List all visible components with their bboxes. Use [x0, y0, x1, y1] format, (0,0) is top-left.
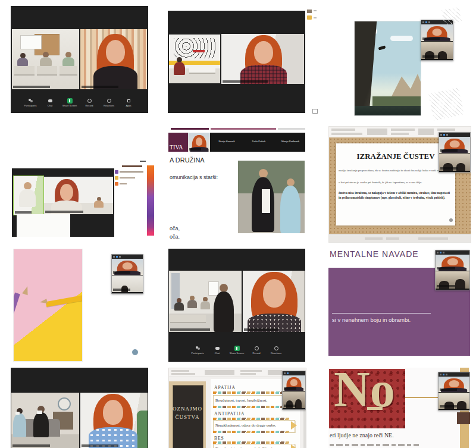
- student: [62, 52, 75, 66]
- face-mask: [15, 412, 20, 415]
- gallery-image-slide-no[interactable]: No eri ljudje ne znajo reči NE.: [328, 368, 470, 448]
- thumb-tile-classroom: [421, 42, 453, 59]
- participant-name-label: [12, 444, 50, 447]
- zoom-thumbnail-window[interactable]: [282, 371, 306, 410]
- mural-red-text: [193, 50, 205, 52]
- notification-label: [314, 10, 317, 11]
- zoom-thumbnail-window[interactable]: [438, 372, 470, 411]
- sticky-note-icon[interactable]: [307, 15, 312, 20]
- zoom-thumbnail-window[interactable]: [435, 250, 470, 290]
- face-mask: [37, 411, 42, 414]
- chat-button[interactable]: Chat: [43, 98, 57, 107]
- zoom-thumbnail-window[interactable]: [439, 132, 471, 173]
- arrow-icon: [291, 421, 297, 430]
- term-bes: BES: [214, 436, 224, 441]
- list-item-icon-orange: [115, 182, 118, 186]
- student: [17, 53, 29, 66]
- participants-icon: [28, 98, 33, 104]
- gallery-image-zoom-call-5[interactable]: [11, 368, 148, 448]
- progress-bar-gray: [278, 128, 305, 130]
- poster-word: No: [334, 369, 395, 418]
- student: [187, 296, 198, 308]
- desk: [37, 66, 57, 76]
- sketch-lines: [441, 7, 462, 26]
- student: [93, 197, 105, 208]
- family-photo: [238, 161, 305, 233]
- apps-icon: [126, 98, 131, 104]
- gallery-image-zoom-call-1[interactable]: Participants Chat Share Screen Record Re…: [11, 6, 148, 113]
- slide-fragment: oča.: [170, 234, 180, 240]
- gallery-image-slide-family[interactable]: TIVA Nastja Kornvelt Daša Pučnik Mineja …: [168, 127, 305, 241]
- term-antipatija: ANTIPATIJA: [214, 411, 245, 416]
- thumb-tile-presenter: [421, 24, 453, 41]
- participant-name: Mineja Podlesnik: [277, 140, 304, 143]
- slide-body-text: si v nenehnem boju in obrambi.: [332, 317, 411, 323]
- clipped-text-line: [330, 444, 419, 446]
- student: [174, 298, 184, 311]
- masked-person: [12, 408, 27, 437]
- participants-button[interactable]: Participants: [190, 346, 205, 355]
- video-tile-classroom-2: [169, 271, 242, 332]
- cliff-photo: [354, 21, 421, 116]
- video-tile-presenter-plaid: [221, 34, 304, 84]
- record-button[interactable]: Record: [249, 346, 264, 355]
- window-restore-icon[interactable]: [312, 109, 318, 114]
- cliff-jumper: [378, 45, 386, 50]
- gallery-image-zoom-call-3[interactable]: [12, 168, 114, 237]
- participant-name-label: [45, 211, 83, 213]
- progress-bar-dark: [171, 128, 209, 130]
- poster-underline: [367, 407, 383, 410]
- gallery-image-slide-cliff[interactable]: [328, 5, 470, 121]
- brown-accent-square: [457, 412, 470, 424]
- document-page: IZRAŽANJE ČUSTEV močjo izražanja prepove…: [336, 143, 455, 225]
- gallery-image-slide-pencils[interactable]: [6, 245, 149, 362]
- sketch-lines: [428, 87, 464, 121]
- share-screen-icon: [234, 346, 240, 351]
- dark-slide-panel: OZNAJMO ČUSTVA: [173, 385, 203, 448]
- gallery-image-slide-mentalne[interactable]: MENTALNE NAVADE si v nenehnem boju in ob…: [328, 247, 470, 363]
- taskbar[interactable]: [329, 234, 471, 242]
- wall-clock: [58, 397, 71, 411]
- doc-paragraph-3: čustva niso izražena, se nalagajo v tele…: [339, 191, 450, 200]
- panel-title-line-1: OZNAJMO: [171, 406, 204, 412]
- list-item-text: [120, 177, 135, 178]
- zoom-thumbnail-window[interactable]: [111, 254, 143, 294]
- divider-arrows: [213, 431, 289, 433]
- record-icon: [87, 98, 92, 104]
- notification-icon[interactable]: [307, 10, 312, 13]
- slide-nav-dot[interactable]: [449, 218, 453, 222]
- whiteboard: [20, 35, 42, 49]
- side-list-panel[interactable]: [115, 161, 149, 189]
- participant-name-label: [13, 86, 50, 88]
- thumbnail-titlebar: [112, 255, 143, 259]
- filmstrip-names: Nastja Kornvelt Daša Pučnik Mineja Podle…: [210, 133, 305, 152]
- reactions-button[interactable]: Reactions: [102, 98, 116, 107]
- gallery-image-ppt-custva[interactable]: OZNAJMO ČUSTVA APATIJA Brezčutnost, topo…: [168, 368, 306, 448]
- yellow-pencil: [46, 295, 83, 307]
- record-button[interactable]: Record: [82, 98, 96, 107]
- gallery-image-zoom-call-4[interactable]: Participants Chat Share Screen Record Re…: [168, 249, 305, 362]
- sticky-note-label: [314, 17, 317, 18]
- apps-button[interactable]: Apps: [121, 98, 136, 107]
- purple-pencil: [13, 293, 20, 356]
- video-tile-presenter-2: [80, 393, 148, 448]
- zoom-thumbnail-window[interactable]: [421, 20, 453, 61]
- white-shirt: [262, 189, 270, 213]
- participants-button[interactable]: Participants: [23, 98, 37, 107]
- chat-button[interactable]: Chat: [210, 346, 224, 355]
- video-tile-classroom: [12, 29, 79, 89]
- participant-name-label: [82, 86, 118, 88]
- thumbnail-titlebar: [283, 371, 305, 375]
- reactions-icon: [107, 98, 112, 104]
- gallery-image-zoom-call-2[interactable]: [168, 11, 305, 113]
- share-screen-button[interactable]: Share Screen: [230, 346, 244, 355]
- reactions-button[interactable]: Reactions: [269, 346, 283, 355]
- share-screen-button[interactable]: Share Screen: [62, 98, 77, 107]
- gallery-image-doc-custev[interactable]: IZRAŽANJE ČUSTEV močjo izražanja prepove…: [328, 126, 471, 243]
- slide-bullet: omunikacija s starši:: [170, 174, 218, 180]
- video-tile-livingroom: [11, 393, 79, 448]
- pencils-photo: [13, 249, 83, 362]
- participant-name-label: [223, 80, 268, 83]
- slide-panel-margin: OZNAJMO ČUSTVA: [169, 381, 206, 448]
- participant-name-label: [170, 328, 210, 331]
